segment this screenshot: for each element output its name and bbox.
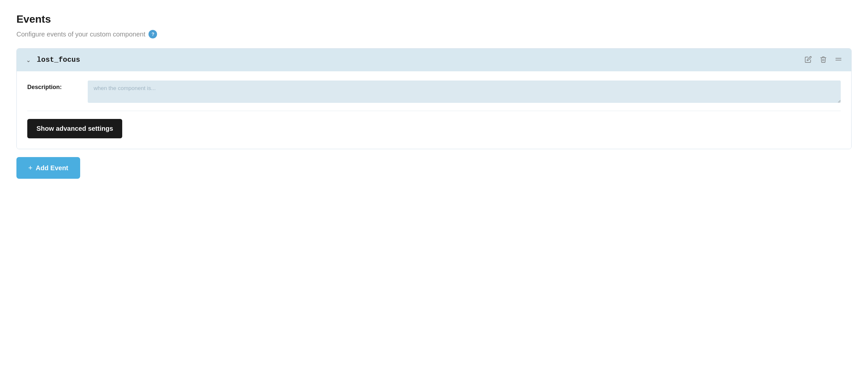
page-header: Events Configure events of your custom c… [17, 13, 851, 38]
page-title: Events [17, 13, 851, 25]
help-icon[interactable]: ? [149, 30, 157, 38]
delete-icon[interactable] [820, 56, 827, 64]
trash-svg [820, 56, 827, 63]
add-event-button[interactable]: + Add Event [17, 157, 80, 179]
event-body: Description: Show advanced settings [17, 71, 851, 149]
edit-icon[interactable] [805, 56, 812, 64]
show-advanced-settings-button[interactable]: Show advanced settings [27, 119, 122, 138]
pencil-svg [805, 56, 812, 63]
description-input[interactable] [88, 81, 841, 103]
chevron-down-icon[interactable]: ⌄ [26, 57, 31, 64]
event-header-actions [805, 56, 842, 64]
drag-handle-icon[interactable] [835, 56, 842, 64]
event-header-left: ⌄ lost_focus [26, 56, 80, 64]
add-event-label: Add Event [36, 164, 68, 172]
subtitle-row: Configure events of your custom componen… [17, 30, 851, 38]
event-card: ⌄ lost_focus [17, 48, 851, 149]
page-subtitle: Configure events of your custom componen… [17, 31, 145, 38]
add-event-plus-icon: + [28, 163, 33, 172]
event-header: ⌄ lost_focus [17, 49, 851, 71]
description-field-row: Description: [27, 81, 841, 111]
event-name: lost_focus [37, 56, 80, 64]
description-label: Description: [27, 81, 80, 91]
